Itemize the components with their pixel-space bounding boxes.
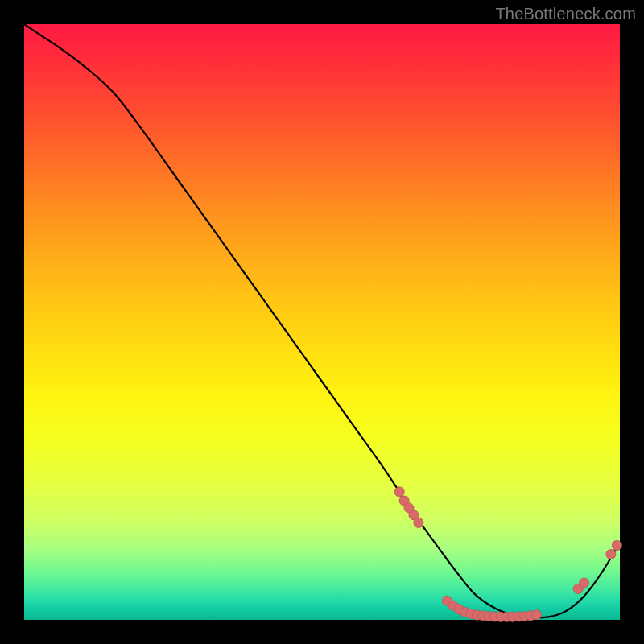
- curve-marker: [612, 541, 621, 551]
- curve-markers: [394, 487, 621, 621]
- curve-marker: [606, 550, 616, 559]
- plot-area: [24, 24, 620, 620]
- chart-frame: TheBottleneck.com: [0, 0, 644, 644]
- curve-marker: [580, 578, 589, 588]
- curve-marker: [414, 518, 423, 527]
- chart-overlay: [24, 24, 620, 620]
- watermark-text: TheBottleneck.com: [495, 5, 636, 23]
- bottleneck-curve: [24, 24, 620, 617]
- curve-marker: [394, 487, 404, 497]
- curve-marker: [531, 610, 541, 620]
